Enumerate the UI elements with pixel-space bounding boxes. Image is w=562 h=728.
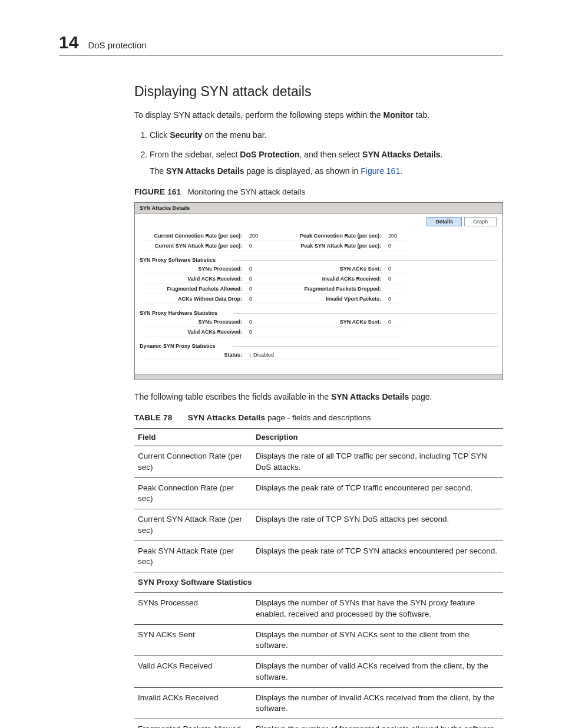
- group-hardware: SYN Proxy Hardware Statistics: [140, 310, 498, 316]
- stat-label: ACKs Without Data Drop:: [140, 294, 246, 304]
- stat-value: 0: [246, 284, 267, 294]
- stat-label: Current Connection Rate (per sec):: [140, 231, 246, 241]
- security-bold: Security: [170, 130, 202, 140]
- monitor-bold: Monitor: [384, 110, 414, 120]
- text: , and then select: [299, 150, 362, 159]
- tab-details[interactable]: Details: [427, 217, 462, 226]
- field-name: Peak Connection Rate (per sec): [134, 477, 252, 509]
- stat-label: SYNs Processed:: [140, 317, 246, 327]
- field-description: Displays the number of SYN ACKs sent to …: [252, 624, 503, 655]
- stat-value: 200: [385, 231, 406, 241]
- group-software: SYN Proxy Software Statistics: [140, 257, 498, 263]
- field-description: Displays the number of SYNs that have th…: [252, 593, 503, 624]
- hardware-stats: SYNs Processed: 0 SYN ACKs Sent: 0 Valid…: [140, 317, 498, 337]
- table-row: Current SYN Attack Rate (per sec)Display…: [134, 509, 503, 541]
- step-1: Click Security on the menu bar.: [150, 129, 503, 141]
- field-description: Displays the peak rate of TCP SYN attack…: [252, 541, 503, 572]
- stat-label: Invalid Vport Packets:: [267, 294, 385, 304]
- stat-label: [267, 327, 385, 337]
- figure-title: Monitoring the SYN attack details: [188, 187, 306, 196]
- top-stats: Current Connection Rate (per sec): 200 P…: [140, 231, 498, 251]
- status-text: Disabled: [253, 352, 274, 358]
- stat-label: Valid ACKs Received:: [140, 327, 246, 337]
- field-name: Peak SYN Attack Rate (per sec): [134, 541, 252, 572]
- stat-label: Fragmented Packets Dropped:: [267, 284, 385, 294]
- group-dynamic: Dynamic SYN Proxy Statistics: [140, 343, 498, 349]
- chapter-number: 14: [59, 32, 78, 52]
- field-name: SYNs Processed: [134, 593, 252, 624]
- table-row: SYNs ProcessedDisplays the number of SYN…: [134, 593, 503, 624]
- table-label: TABLE 78: [134, 413, 172, 422]
- stat-label: SYN ACKs Sent:: [267, 317, 385, 327]
- table-row: SYN Proxy Software Statistics: [134, 572, 503, 593]
- table-row: Fragmented Packets AllowedDisplays the n…: [134, 719, 503, 728]
- panel-title: SYN Attacks Details: [135, 203, 503, 214]
- syn-attacks-bold: SYN Attacks Details: [362, 150, 441, 159]
- post-figure-paragraph: The following table escribes the fields …: [134, 391, 503, 403]
- text: .: [400, 166, 402, 176]
- panel-body: Details Graph Current Connection Rate (p…: [135, 214, 503, 374]
- page: 14 DoS protection Displaying SYN attack …: [0, 0, 562, 728]
- text: page is displayed, as shown in: [244, 166, 361, 176]
- dos-protection-bold: DoS Protection: [240, 150, 299, 159]
- status-value: ↓ Disabled: [246, 350, 406, 360]
- stat-value: 0: [385, 264, 406, 274]
- table-row: Peak Connection Rate (per sec)Displays t…: [134, 477, 503, 509]
- down-arrow-icon: ↓: [249, 352, 252, 358]
- software-stats: SYNs Processed: 0 SYN ACKs Sent: 0 Valid…: [140, 264, 498, 304]
- stat-value: [385, 284, 406, 294]
- status-label: Status:: [140, 350, 246, 360]
- text: .: [441, 150, 443, 159]
- stat-value: 200: [246, 231, 267, 241]
- stat-label: Peak Connection Rate (per sec):: [267, 231, 385, 241]
- table-subheading: SYN Proxy Software Statistics: [134, 572, 503, 593]
- field-name: Fragmented Packets Allowed: [134, 719, 252, 728]
- step-2-result: The SYN Attacks Details page is displaye…: [150, 165, 503, 177]
- field-description: Displays the peak rate of TCP traffic en…: [252, 477, 503, 509]
- stat-label: Current SYN Attack Rate (per sec):: [140, 241, 246, 251]
- stat-label: Valid ACKs Received:: [140, 274, 246, 284]
- field-description: Displays the rate of TCP SYN DoS attacks…: [252, 509, 503, 541]
- stat-value: 0: [246, 317, 267, 327]
- stat-value: 0: [246, 264, 267, 274]
- tab-graph[interactable]: Graph: [464, 217, 497, 226]
- table-title-tail: page - fields and descriptions: [265, 413, 371, 422]
- text: on the menu bar.: [202, 130, 266, 140]
- field-name: Invalid ACKs Received: [134, 687, 252, 719]
- table-row: Valid ACKs ReceivedDisplays the number o…: [134, 656, 503, 687]
- field-description: Displays the number of fragmented packet…: [252, 719, 503, 728]
- table-row: Current Connection Rate (per sec)Display…: [134, 446, 503, 477]
- stat-value: 0: [385, 317, 406, 327]
- text: page.: [409, 392, 432, 401]
- figure-caption: FIGURE 161 Monitoring the SYN attack det…: [134, 187, 503, 196]
- stat-label: Invalid ACKs Received:: [267, 274, 385, 284]
- main-content: Displaying SYN attack details To display…: [134, 84, 503, 728]
- stat-label: Fragmented Packets Allowed:: [140, 284, 246, 294]
- running-header: 14 DoS protection: [59, 32, 503, 55]
- figure-screenshot: SYN Attacks Details Details Graph Curren…: [134, 202, 503, 380]
- text: tab.: [414, 110, 429, 120]
- table-header-row: Field Description: [134, 429, 503, 446]
- stat-label: SYN ACKs Sent:: [267, 264, 385, 274]
- figure-label: FIGURE 161: [134, 187, 181, 196]
- figure-ref-link[interactable]: Figure 161: [361, 166, 400, 176]
- stat-value: 0: [385, 274, 406, 284]
- stat-value: 0: [246, 241, 267, 251]
- field-name: SYN ACKs Sent: [134, 624, 252, 655]
- fields-tbody: Current Connection Rate (per sec)Display…: [134, 446, 503, 728]
- table-row: Peak SYN Attack Rate (per sec)Displays t…: [134, 541, 503, 572]
- text: The: [150, 166, 166, 176]
- stat-value: 0: [246, 294, 267, 304]
- field-name: Current SYN Attack Rate (per sec): [134, 509, 252, 541]
- field-name: Valid ACKs Received: [134, 656, 252, 687]
- syn-attacks-bold: SYN Attacks Details: [331, 392, 409, 401]
- section-heading: Displaying SYN attack details: [134, 84, 503, 100]
- table-row: SYN ACKs SentDisplays the number of SYN …: [134, 624, 503, 655]
- stat-value: [385, 327, 406, 337]
- table-caption: TABLE 78 SYN Attacks Details page - fiel…: [134, 413, 503, 422]
- col-field: Field: [134, 429, 252, 446]
- text: From the sidebar, select: [150, 150, 240, 159]
- stat-value: 0: [385, 294, 406, 304]
- step-2: From the sidebar, select DoS Protection,…: [150, 149, 503, 177]
- stat-value: 0: [246, 327, 267, 337]
